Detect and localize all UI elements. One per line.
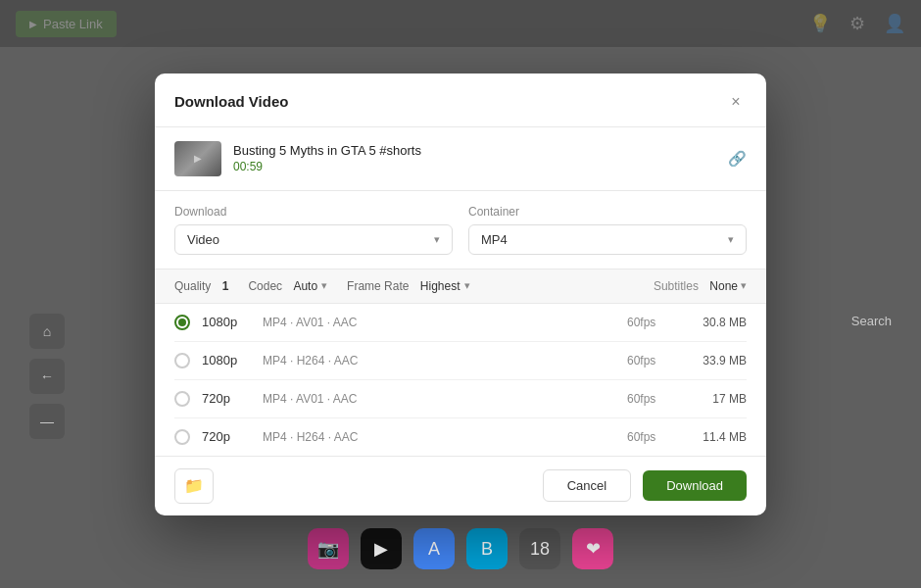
resolution-fps: 60fps bbox=[627, 430, 676, 444]
subtitles-item: Subtitles None ▾ bbox=[654, 279, 747, 293]
codec-label: Codec bbox=[248, 279, 282, 293]
video-meta: Busting 5 Myths in GTA 5 #shorts 00:59 bbox=[233, 143, 716, 173]
radio-button[interactable] bbox=[174, 353, 190, 368]
subtitles-chevron-icon: ▾ bbox=[741, 279, 747, 292]
resolution-name: 720p bbox=[202, 391, 251, 406]
download-option-label: Download bbox=[174, 205, 453, 219]
container-select[interactable]: MP4 ▾ bbox=[468, 224, 747, 255]
video-duration: 00:59 bbox=[233, 160, 716, 173]
framerate-item: Frame Rate Highest ▾ bbox=[347, 279, 469, 293]
video-thumbnail: ▶ bbox=[174, 141, 221, 176]
resolution-size: 33.9 MB bbox=[688, 354, 747, 368]
resolution-row[interactable]: 1080pMP4 · AV01 · AAC60fps30.8 MB bbox=[174, 304, 747, 342]
radio-button[interactable] bbox=[174, 315, 190, 330]
resolution-size: 11.4 MB bbox=[688, 430, 747, 444]
download-button[interactable]: Download bbox=[643, 470, 747, 501]
resolution-codec: MP4 · AV01 · AAC bbox=[263, 316, 615, 329]
codec-chevron-icon[interactable]: ▾ bbox=[321, 279, 327, 292]
resolution-size: 30.8 MB bbox=[688, 316, 747, 329]
dialog-backdrop: Download Video × ▶ Busting 5 Myths in GT… bbox=[0, 0, 921, 588]
resolution-name: 720p bbox=[202, 429, 251, 444]
codec-value: Auto bbox=[293, 279, 317, 293]
resolution-codec: MP4 · AV01 · AAC bbox=[263, 392, 615, 406]
radio-button[interactable] bbox=[174, 391, 190, 407]
resolution-name: 1080p bbox=[202, 353, 251, 368]
subtitles-label: Subtitles bbox=[654, 279, 699, 293]
video-title: Busting 5 Myths in GTA 5 #shorts bbox=[233, 143, 716, 158]
container-selected-value: MP4 bbox=[481, 232, 508, 247]
cancel-button[interactable]: Cancel bbox=[543, 469, 631, 502]
resolution-row[interactable]: 720pMP4 · AV01 · AAC60fps17 MB bbox=[174, 380, 747, 418]
subtitles-value-text: None bbox=[709, 279, 738, 293]
quality-bar: Quality 1 Codec Auto ▾ Frame Rate Highes… bbox=[155, 270, 766, 304]
subtitles-select[interactable]: None ▾ bbox=[709, 279, 747, 293]
resolution-row[interactable]: 720pMP4 · H264 · AAC60fps11.4 MB bbox=[174, 418, 747, 456]
quality-label: Quality bbox=[174, 279, 211, 293]
download-option-group: Download Video ▾ bbox=[174, 205, 453, 255]
thumbnail-image: ▶ bbox=[174, 141, 221, 176]
download-selected-value: Video bbox=[187, 232, 219, 247]
resolution-fps: 60fps bbox=[627, 354, 676, 368]
resolution-size: 17 MB bbox=[688, 392, 747, 406]
dialog-footer: 📁 Cancel Download bbox=[155, 456, 766, 515]
radio-button[interactable] bbox=[174, 429, 190, 445]
framerate-label: Frame Rate bbox=[347, 279, 409, 293]
video-info-row: ▶ Busting 5 Myths in GTA 5 #shorts 00:59… bbox=[155, 127, 766, 191]
quality-value: 1 bbox=[222, 279, 229, 293]
download-chevron-icon: ▾ bbox=[434, 233, 440, 246]
framerate-chevron-icon[interactable]: ▾ bbox=[464, 279, 470, 292]
resolution-codec: MP4 · H264 · AAC bbox=[263, 430, 615, 444]
link-icon[interactable]: 🔗 bbox=[728, 150, 747, 168]
options-row: Download Video ▾ Container MP4 ▾ bbox=[155, 191, 766, 270]
download-dialog: Download Video × ▶ Busting 5 Myths in GT… bbox=[155, 74, 766, 515]
resolution-codec: MP4 · H264 · AAC bbox=[263, 354, 615, 368]
container-chevron-icon: ▾ bbox=[728, 233, 734, 246]
dialog-header: Download Video × bbox=[155, 74, 766, 127]
dialog-title: Download Video bbox=[174, 93, 288, 110]
container-option-label: Container bbox=[468, 205, 747, 219]
folder-button[interactable]: 📁 bbox=[174, 468, 214, 504]
download-btn-label: Download bbox=[666, 478, 723, 493]
resolution-name: 1080p bbox=[202, 315, 251, 329]
download-select[interactable]: Video ▾ bbox=[174, 224, 453, 255]
resolution-list: 1080pMP4 · AV01 · AAC60fps30.8 MB1080pMP… bbox=[155, 304, 766, 456]
resolution-fps: 60fps bbox=[627, 316, 676, 329]
quality-item: Quality 1 bbox=[174, 279, 228, 293]
container-option-group: Container MP4 ▾ bbox=[468, 205, 747, 255]
resolution-fps: 60fps bbox=[627, 392, 676, 406]
framerate-value: Highest bbox=[420, 279, 460, 293]
resolution-row[interactable]: 1080pMP4 · H264 · AAC60fps33.9 MB bbox=[174, 342, 747, 380]
close-button[interactable]: × bbox=[725, 91, 747, 113]
codec-item: Codec Auto ▾ bbox=[248, 279, 327, 293]
